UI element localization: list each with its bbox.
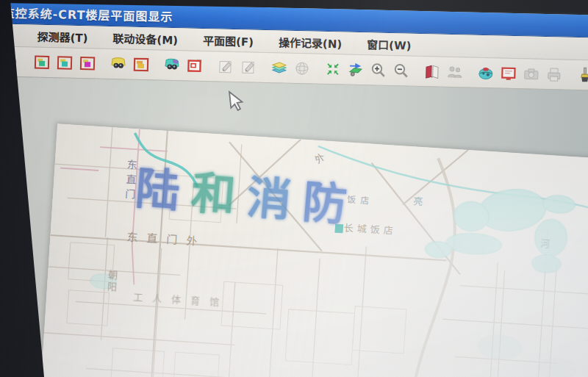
zoom-out-icon[interactable]: [392, 61, 412, 81]
screen: 监控系统-CRT楼层平面图显示 S) 探测器(T) 联动设备(M) 平面图(F)…: [0, 1, 588, 377]
watermark-char: 防: [301, 176, 360, 231]
operators-disabled-icon[interactable]: [445, 62, 465, 82]
floor-plan-magenta-icon[interactable]: [78, 54, 98, 73]
camera-disabled-icon[interactable]: [522, 64, 542, 84]
toolbar-separator: [570, 66, 570, 84]
toolbar-separator: [26, 53, 27, 71]
map-label-liang: 亮: [413, 193, 423, 208]
toolbar-separator: [470, 64, 471, 82]
toolbar-separator: [417, 62, 417, 80]
layers-icon[interactable]: [270, 58, 290, 78]
toolbar-separator: [264, 59, 265, 76]
zoom-in-icon[interactable]: [369, 60, 389, 80]
window-title: 监控系统-CRT楼层平面图显示: [2, 4, 173, 25]
red-frame-icon[interactable]: [185, 56, 205, 76]
menu-item-floor-plan[interactable]: 平面图(F): [203, 32, 254, 49]
globe-disabled-icon[interactable]: [293, 59, 312, 79]
pan-tool-icon[interactable]: [346, 60, 366, 80]
edit-note-2-icon[interactable]: [239, 57, 259, 77]
map-label-he: 河: [540, 235, 551, 250]
toolbar-separator: [103, 55, 104, 73]
watermark-char: 和: [190, 167, 249, 223]
search-teal-icon[interactable]: [162, 56, 182, 76]
toolbar-separator: [157, 56, 157, 73]
menu-item-operation-log[interactable]: 操作记录(N): [279, 34, 343, 51]
map-label-chaoyang: 朝阳: [104, 270, 120, 294]
network-globe-icon[interactable]: [476, 63, 496, 83]
edit-note-icon[interactable]: [216, 57, 236, 76]
search-yellow-icon[interactable]: [109, 54, 129, 74]
toolbar-separator: [318, 60, 318, 78]
watermark-char: 消: [245, 171, 304, 227]
log-book-icon[interactable]: [423, 62, 442, 82]
floor-plan-green-icon[interactable]: [32, 52, 52, 72]
menu-item-linked-devices[interactable]: 联动设备(M): [112, 30, 178, 47]
monitor-photo: 监控系统-CRT楼层平面图显示 S) 探测器(T) 联动设备(M) 平面图(F)…: [0, 0, 588, 377]
menu-item-detectors[interactable]: 探测器(T): [37, 28, 87, 45]
floor-plan-teal-icon[interactable]: [55, 53, 75, 73]
fit-view-icon[interactable]: [323, 60, 343, 79]
street-map-graphic: [37, 123, 588, 377]
map-document[interactable]: 东直门 东直门外 朝阳 工人体育馆 饭店 长城饭店 亮 河 外 陆和消防: [37, 123, 588, 377]
monitor-frame-icon[interactable]: [499, 63, 519, 83]
floor-plan-red-icon[interactable]: [132, 55, 151, 75]
menu-item-window[interactable]: 窗口(W): [367, 36, 412, 52]
watermark-char: 陆: [134, 162, 193, 218]
paint-brush-icon[interactable]: [576, 65, 588, 85]
toolbar-separator: [210, 57, 211, 75]
printer-disabled-icon[interactable]: [545, 65, 564, 85]
client-area: 东直门 东直门外 朝阳 工人体育馆 饭店 长城饭店 亮 河 外 陆和消防: [0, 76, 588, 377]
mouse-cursor: [225, 90, 244, 113]
